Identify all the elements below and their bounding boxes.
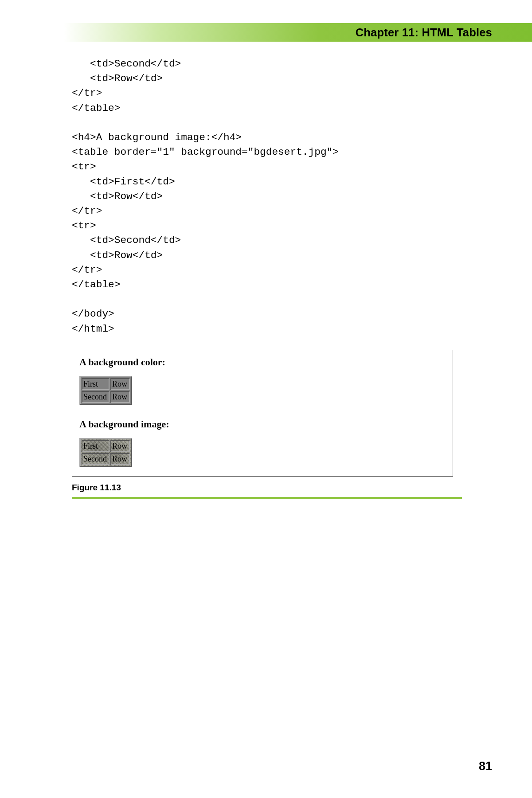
table-cell: Row [110,440,130,452]
page-content: <td>Second</td> <td>Row</td> </tr> </tab… [72,57,492,499]
page-number: 81 [479,759,492,773]
table-cell: Row [110,391,130,403]
table-cell: First [82,440,110,452]
table-cell: Row [110,453,130,465]
figure-render-box: A background color: First Row Second Row… [72,350,453,477]
table-cell: Second [82,453,110,465]
section-rule [72,497,462,499]
demo-table-color: First Row Second Row [79,376,132,405]
page: Chapter 11: HTML Tables <td>Second</td> … [0,0,532,798]
demo-table-image: First Row Second Row [79,438,132,467]
render-heading-image: A background image: [79,419,446,430]
render-heading-color: A background color: [79,356,446,368]
code-listing: <td>Second</td> <td>Row</td> </tr> </tab… [72,57,492,336]
table-cell: First [82,378,110,390]
chapter-header-bar: Chapter 11: HTML Tables [0,23,532,42]
table-cell: Second [82,391,110,403]
table-cell: Row [110,378,130,390]
table-row: First Row [82,378,130,390]
chapter-title: Chapter 11: HTML Tables [356,23,492,42]
figure-caption: Figure 11.13 [72,483,492,493]
table-row: Second Row [82,391,130,403]
table-row: First Row [82,440,130,452]
table-row: Second Row [82,453,130,465]
